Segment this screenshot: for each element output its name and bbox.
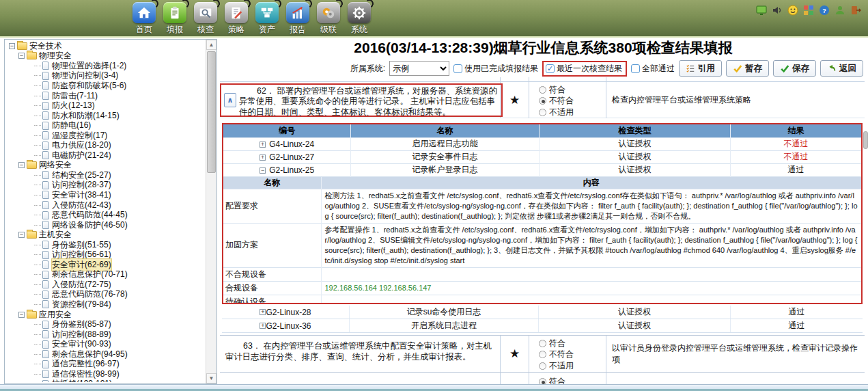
results-table: 编号名称检查类型结果 +G4-Linux-24 启用远程日志功能 认证授权 不通… [223,124,861,304]
radio-option[interactable]: 不适用 [539,360,606,372]
radio-option[interactable]: 符合 [539,338,606,349]
tree-item[interactable]: 防盗窃和防破坏(5-6) [7,81,205,91]
screen-icon[interactable] [756,5,767,16]
tree-guide [34,225,41,226]
radio-label: 不适用 [549,360,574,372]
button-group: 引用暂存保存返回 [679,60,863,77]
grid-icon[interactable] [803,5,814,16]
radio-option[interactable]: 不符合 [539,96,606,107]
question-63-radio-group: 符合 不符合 不适用 [529,336,606,372]
column-header: 编号 [223,124,351,137]
document-icon [42,201,49,209]
expand-icon[interactable]: + [260,141,266,148]
toolbar-item-label: 级联 [320,24,337,36]
collapse-icon[interactable]: − [9,43,15,49]
tree-item[interactable]: 网络设备防护(46-50) [7,220,205,230]
document-icon [42,102,49,110]
detail-row: 配置要求 检测方法 1、redhat5.x之前查看文件 /etc/syslog.… [223,189,861,223]
policy-icon[interactable] [225,2,248,23]
user-icon[interactable] [835,5,845,16]
radio-icon[interactable] [539,97,546,105]
detail-row: 加固方案 参考配置操作 1、redhat5.x之前查看文件 /etc/syslo… [223,223,861,267]
inspect-icon[interactable] [194,2,217,23]
tree-item[interactable]: 资源控制(79-84) [7,299,205,310]
checkbox-icon[interactable] [631,64,640,73]
checkbox-label: 使用已完成填报结果 [464,63,538,75]
collapse-chevron-button[interactable]: ∧ [224,93,236,107]
return-button[interactable]: 返回 [820,60,863,77]
radio-option[interactable]: 不符合 [539,349,606,361]
tree-guide [34,116,41,116]
radio-option[interactable]: 符合 [539,376,606,384]
main-menu: 首页 填报 核查 策略 资产 报告 级联 系统 [131,2,372,36]
toolbar-item-assets[interactable]: 资产 [254,2,280,36]
tree-item[interactable]: 电磁防护(21-24) [7,150,205,161]
collapse-icon[interactable]: − [18,232,25,238]
table-row[interactable]: +G2-Linux-28 记录su命令使用日志 认证授权 通过 [222,306,863,319]
system-icon[interactable] [348,2,371,23]
radio-option[interactable]: 不适用 [539,107,606,118]
collapse-icon[interactable]: − [18,312,25,318]
check-name: 启用远程日志功能 [351,137,540,150]
toolbar-item-fill[interactable]: 填报 [162,2,188,36]
checkbox-unchecked[interactable]: 使用已完成填报结果 [453,63,538,75]
tree-item[interactable]: 防水和防潮(14-15) [7,111,205,121]
scroll-down-icon[interactable]: ▼ [206,373,216,383]
toolbar-item-cascade[interactable]: 级联 [316,2,341,36]
tree-item[interactable]: 抗抵赖(100-101) [7,379,205,382]
expand-icon[interactable]: − [260,167,266,174]
radio-icon[interactable] [539,351,546,358]
fill-icon[interactable] [163,2,186,23]
expand-icon[interactable]: + [260,309,266,315]
face-icon[interactable] [787,5,798,16]
logout-icon[interactable] [850,5,861,16]
scroll-up-icon[interactable]: ▲ [206,40,216,50]
radio-icon[interactable] [539,362,546,370]
collapse-icon[interactable]: − [18,162,25,168]
chart-icon[interactable] [286,2,309,23]
expand-icon[interactable]: + [260,323,266,329]
help-icon[interactable]: ? [819,5,830,16]
main-scrollbar-thumb[interactable] [863,131,868,149]
document-icon [42,191,49,199]
toolbar-item-chart[interactable]: 报告 [285,2,311,36]
table-row[interactable]: +G2-Linux-27 记录安全事件日志 认证授权 不通过 [223,150,861,163]
radio-icon[interactable] [539,378,546,384]
document-icon [42,111,49,120]
app-window: 首页 填报 核查 策略 资产 报告 级联 系统 ? −安全技术−物理安全物理位置… [0,0,868,391]
expand-icon[interactable]: + [260,154,266,161]
save-button[interactable]: 保存 [773,60,816,77]
radio-icon[interactable] [539,109,546,116]
system-select[interactable]: 示例 [389,61,449,76]
tree-item[interactable]: −安全技术 [7,41,205,51]
assets-icon[interactable] [255,2,279,23]
tree-guide [34,195,41,196]
checkbox-icon[interactable] [546,64,555,73]
temp-save-button[interactable]: 暂存 [726,60,769,77]
toolbar-item-home[interactable]: 首页 [131,2,157,36]
cite-button[interactable]: 引用 [679,60,722,77]
cascade-icon[interactable] [317,2,340,23]
column-header: 结果 [731,124,862,137]
document-icon [42,122,49,130]
toolbar-item-policy[interactable]: 策略 [223,2,249,36]
radio-icon[interactable] [539,340,546,347]
checkbox-checked[interactable]: 最近一次核查结果 [542,61,627,77]
collapse-icon[interactable]: − [18,53,25,59]
document-icon [42,260,49,269]
tree-item[interactable]: 防雷击(7-11) [7,91,205,101]
tree-guide [34,175,41,176]
toolbar-item-inspect[interactable]: 核查 [193,2,219,36]
table-row[interactable]: +G2-Linux-36 开启系统日志进程 认证授权 通过 [222,319,863,333]
toolbar-item-system[interactable]: 系统 [346,2,372,36]
home-icon[interactable] [132,2,156,23]
checkbox-icon[interactable] [453,64,462,73]
speaker-icon[interactable] [772,5,783,16]
scrollbar-thumb[interactable] [207,51,216,173]
radio-option[interactable]: 符合 [539,84,606,96]
table-row[interactable]: +G4-Linux-24 启用远程日志功能 认证授权 不通过 [223,137,861,150]
table-row[interactable]: −G2-Linux-25 记录帐户登录日志 认证授权 通过 [223,163,861,176]
checkbox-unchecked[interactable]: 全部通过 [631,63,675,75]
radio-icon[interactable] [539,86,546,94]
sidebar-scrollbar[interactable]: ▲ ▼ [206,40,216,383]
